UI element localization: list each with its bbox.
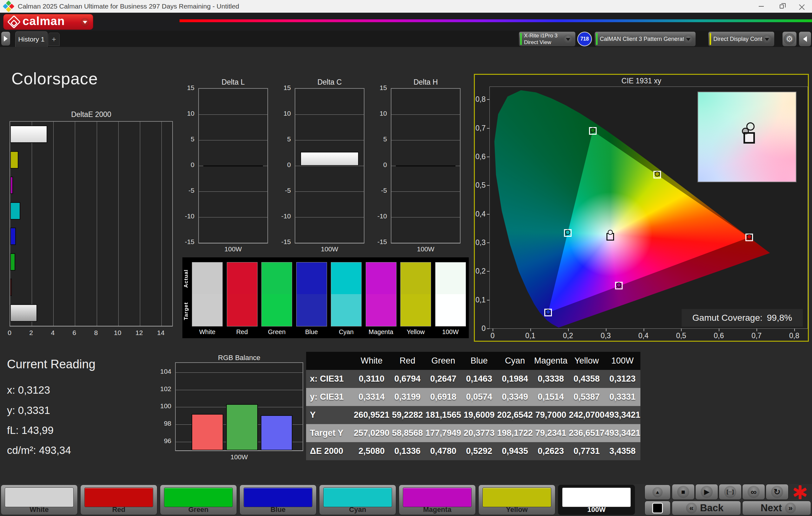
refresh-button[interactable]: ↻: [766, 484, 788, 500]
pattern-button-red[interactable]: Red: [80, 485, 157, 515]
settings-button[interactable]: ⚙: [782, 31, 797, 47]
pattern-swatch: [323, 487, 392, 507]
meter-name: X-Rite i1Pro 3: [524, 32, 558, 39]
meter-count-badge[interactable]: 718: [577, 32, 592, 46]
gridline: [199, 114, 267, 115]
x-tick-mark: [606, 329, 606, 331]
pattern-button-blue[interactable]: Blue: [239, 485, 317, 515]
calman-diamond-icon: [7, 15, 21, 29]
pattern-swatch: [243, 487, 313, 507]
table-cell: 0,3110: [354, 370, 389, 388]
refresh-icon: ↻: [771, 486, 783, 498]
y-tick-mark: [487, 157, 489, 157]
current-reading-title: Current Reading: [7, 358, 95, 371]
table-cell: 177,7949: [425, 424, 461, 442]
table-cell: 0,1984: [497, 370, 533, 388]
pattern-window-button[interactable]: [644, 501, 670, 515]
add-tab-button[interactable]: +: [48, 33, 60, 46]
titlebar: Calman 2025 Calman Ultimate for Business…: [0, 0, 812, 13]
chevron-down-icon: [81, 18, 89, 27]
restore-button[interactable]: [772, 0, 792, 13]
pattern-label: Magenta: [399, 506, 475, 514]
y-tick-label: 0,4: [475, 210, 486, 218]
table-cell: 0,9435: [497, 442, 533, 460]
table-cell: 198,1722: [497, 424, 533, 442]
y-tick-label: 0: [182, 161, 195, 169]
pattern-label: Blue: [240, 506, 316, 514]
gridline: [162, 122, 162, 326]
close-button[interactable]: [792, 0, 812, 13]
table-cell: 242,0700: [569, 406, 605, 424]
calman-main-menu-button[interactable]: calman: [3, 14, 93, 30]
pattern-button-magenta[interactable]: Magenta: [399, 485, 476, 515]
marker-brackets-icon: [··]: [724, 486, 736, 498]
swatch-target-white: [192, 294, 223, 327]
delta-c-chart: [295, 88, 365, 243]
pattern-button-cyan[interactable]: Cyan: [319, 485, 396, 515]
pattern-swatch: [164, 487, 233, 507]
pattern-button-yellow[interactable]: Yellow: [478, 485, 555, 515]
display-control-accent: [709, 33, 711, 45]
pattern-generator-dropdown[interactable]: CalMAN Client 3 Pattern Generator: [594, 31, 696, 47]
table-header: Green: [425, 352, 461, 370]
back-label: Back: [700, 503, 724, 514]
y-tick-label: -10: [374, 212, 387, 220]
y-tick-label: -10: [182, 212, 195, 220]
bar-100w: [300, 152, 359, 166]
pattern-window-raise-button[interactable]: ▲: [644, 485, 670, 500]
gridline: [32, 122, 32, 326]
next-button[interactable]: Next »: [742, 501, 811, 515]
table-cell: 0,2623: [533, 442, 569, 460]
swatch-label: Yellow: [400, 328, 431, 336]
up-arrow-icon: ▲: [652, 487, 663, 497]
display-control-dropdown[interactable]: Direct Display Control: [708, 31, 775, 47]
delta-l-chart: [198, 88, 268, 243]
y-tick-label: 0: [278, 161, 291, 169]
pattern-label: Cyan: [319, 506, 396, 514]
y-tick-label: 15: [182, 84, 195, 92]
table-cell: 0,3199: [389, 388, 425, 406]
table-row-label: y: CIE31: [306, 388, 354, 406]
x-tick-label: 0,2: [560, 332, 576, 340]
stop-icon: ■: [677, 486, 689, 498]
stop-button[interactable]: ■: [672, 484, 695, 500]
gridline: [199, 217, 267, 217]
x-tick-mark: [719, 329, 719, 331]
y-tick-mark: [487, 328, 489, 329]
delta-c-x-label: 100W: [295, 245, 365, 253]
pattern-swatch: [562, 487, 631, 507]
back-button[interactable]: « Back: [672, 501, 741, 515]
x-tick-label: 0,4: [635, 332, 652, 340]
table-cell: 236,6517: [569, 424, 605, 442]
y-tick-label: -5: [182, 187, 195, 194]
table-cell: 0,5292: [461, 442, 497, 460]
gridline: [199, 191, 267, 192]
y-tick-label: 10: [374, 110, 387, 117]
pattern-swatch: [5, 487, 74, 507]
swatch-target-cyan: [331, 294, 361, 327]
gridline: [176, 390, 302, 390]
single-measure-button[interactable]: [··]: [719, 484, 742, 500]
swatch-target-100w: [435, 294, 466, 327]
session-forward-button[interactable]: [1, 31, 10, 46]
pattern-button-green[interactable]: Green: [160, 485, 237, 515]
meter-dropdown[interactable]: X-Rite i1Pro 3 Direct View: [519, 31, 576, 47]
pattern-button-100w[interactable]: 100W: [558, 485, 635, 515]
table-header: Blue: [461, 352, 497, 370]
x-tick-label: 10: [111, 329, 124, 337]
minimize-button[interactable]: [751, 0, 772, 13]
continuous-measure-button[interactable]: ∞: [742, 484, 765, 500]
y-tick-mark: [487, 185, 489, 186]
collapse-panel-button[interactable]: [799, 31, 811, 47]
x-tick-label: 12: [133, 329, 146, 337]
swatch-actual-green: [261, 262, 292, 294]
pattern-generator-name: CalMAN Client 3 Pattern Generator: [600, 35, 689, 43]
chevron-down-icon: [563, 35, 573, 44]
pattern-button-white[interactable]: White: [1, 485, 78, 515]
swatch-label: Green: [261, 328, 292, 336]
measured-marker-magenta: [616, 282, 621, 287]
tab-history-1[interactable]: History 1: [15, 31, 48, 47]
y-tick-label: 15: [374, 84, 387, 92]
table-cell: 0,6794: [389, 370, 425, 388]
play-button[interactable]: ▶: [695, 484, 718, 500]
